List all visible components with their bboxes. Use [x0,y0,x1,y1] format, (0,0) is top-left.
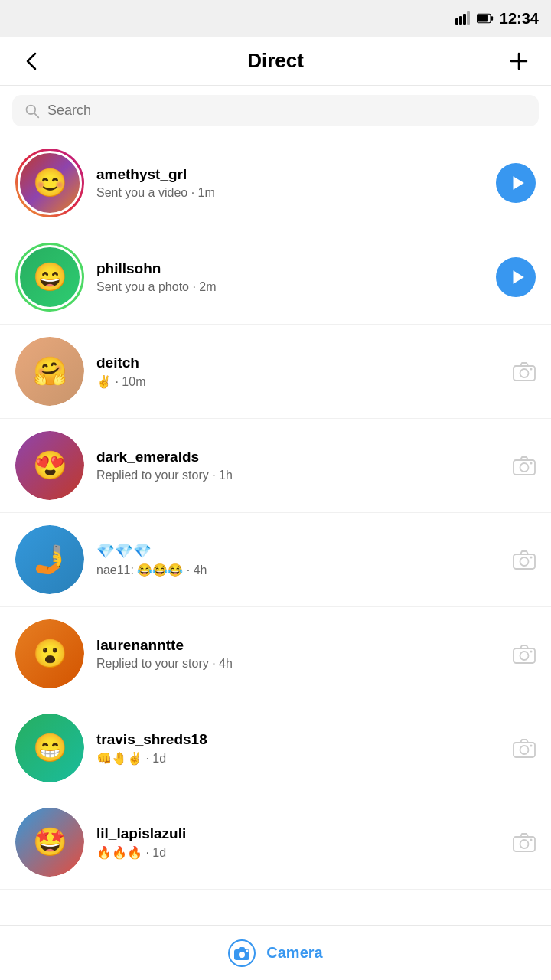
message-content: deitch ✌ · 10m [96,354,500,389]
message-content: 💎💎💎 nae11: 😂😂😂 · 4h [96,542,500,577]
svg-marker-11 [513,176,523,190]
list-item[interactable]: 🤳 💎💎💎 nae11: 😂😂😂 · 4h [0,513,551,607]
search-input[interactable] [47,103,527,119]
play-button[interactable] [496,257,536,297]
svg-point-35 [246,949,249,952]
svg-rect-5 [478,15,488,22]
list-item[interactable]: 😄 phillsohn Sent you a photo · 2m [0,230,551,325]
message-username: laurenanntte [96,637,500,654]
svg-point-20 [520,557,529,566]
svg-marker-12 [513,270,523,284]
camera-label: Camera [266,944,322,962]
message-content: amethyst_grl Sent you a video · 1m [96,166,484,200]
list-item[interactable]: 🤗 deitch ✌ · 10m [0,325,551,419]
message-content: phillsohn Sent you a photo · 2m [96,260,484,294]
list-item[interactable]: 😁 travis_shreds18 👊🤚✌ · 1d [0,701,551,795]
svg-point-15 [530,368,533,371]
search-icon [24,103,40,119]
avatar: 🤩 [15,808,84,877]
message-preview: ✌ · 10m [96,374,500,389]
avatar: 🤗 [15,337,84,406]
message-username: deitch [96,354,500,371]
svg-rect-6 [491,16,493,20]
svg-rect-1 [459,16,462,25]
signal-icon [455,11,471,25]
search-container [0,86,551,136]
status-time: 12:34 [500,10,539,28]
message-content: lil_lapislazuli 🔥🔥🔥 · 1d [96,825,500,860]
status-icons: 12:34 [455,10,539,28]
svg-point-23 [520,652,529,660]
avatar: 😍 [15,431,84,500]
page-title: Direct [247,49,304,73]
svg-point-30 [530,839,533,841]
svg-point-17 [520,463,529,472]
avatar: 😊 [15,149,84,217]
svg-point-21 [530,557,533,559]
svg-point-29 [520,840,529,848]
message-preview: nae11: 😂😂😂 · 4h [96,563,500,577]
top-nav: Direct [0,37,551,86]
new-message-button[interactable] [502,44,536,78]
svg-line-10 [34,113,38,116]
message-content: travis_shreds18 👊🤚✌ · 1d [96,731,500,766]
message-preview: Sent you a photo · 2m [96,280,484,294]
message-content: dark_emeralds Replied to your story · 1h [96,449,500,482]
message-username: amethyst_grl [96,166,484,183]
camera-bar[interactable]: Camera [0,925,551,980]
svg-point-18 [530,462,533,465]
search-wrapper[interactable] [12,95,539,126]
list-item[interactable]: 🤩 lil_lapislazuli 🔥🔥🔥 · 1d [0,795,551,890]
message-preview: 👊🤚✌ · 1d [96,751,500,766]
battery-icon [477,13,494,24]
message-username: dark_emeralds [96,449,500,466]
avatar: 😁 [15,714,84,782]
svg-rect-34 [239,947,245,950]
svg-point-14 [520,369,529,377]
message-username: phillsohn [96,260,484,277]
status-bar: 12:34 [0,0,551,37]
svg-point-27 [530,745,533,747]
message-preview: Sent you a video · 1m [96,186,484,200]
message-preview: Replied to your story · 4h [96,657,500,671]
camera-bottom-icon [228,939,256,967]
play-button[interactable] [496,163,536,203]
message-preview: 🔥🔥🔥 · 1d [96,845,500,860]
camera-icon [513,454,536,477]
camera-icon [513,360,536,383]
list-item[interactable]: 😍 dark_emeralds Replied to your story · … [0,419,551,513]
message-username: 💎💎💎 [96,542,500,560]
avatar: 😮 [15,619,84,688]
svg-point-33 [239,952,245,958]
back-button[interactable] [15,44,49,78]
message-username: travis_shreds18 [96,731,500,748]
message-preview: Replied to your story · 1h [96,469,500,482]
message-list: 😊 amethyst_grl Sent you a video · 1m 😄 [0,136,551,951]
svg-rect-0 [455,18,458,25]
avatar: 🤳 [15,525,84,594]
message-content: laurenanntte Replied to your story · 4h [96,637,500,671]
message-username: lil_lapislazuli [96,825,500,842]
camera-icon [513,548,536,571]
avatar: 😄 [15,243,84,312]
svg-point-26 [520,746,529,754]
svg-rect-3 [467,11,470,25]
svg-point-24 [530,651,533,653]
list-item[interactable]: 😊 amethyst_grl Sent you a video · 1m [0,136,551,230]
list-item[interactable]: 😮 laurenanntte Replied to your story · 4… [0,607,551,701]
camera-icon [513,737,536,760]
camera-icon [513,642,536,665]
camera-icon [513,831,536,854]
svg-rect-2 [463,14,466,25]
